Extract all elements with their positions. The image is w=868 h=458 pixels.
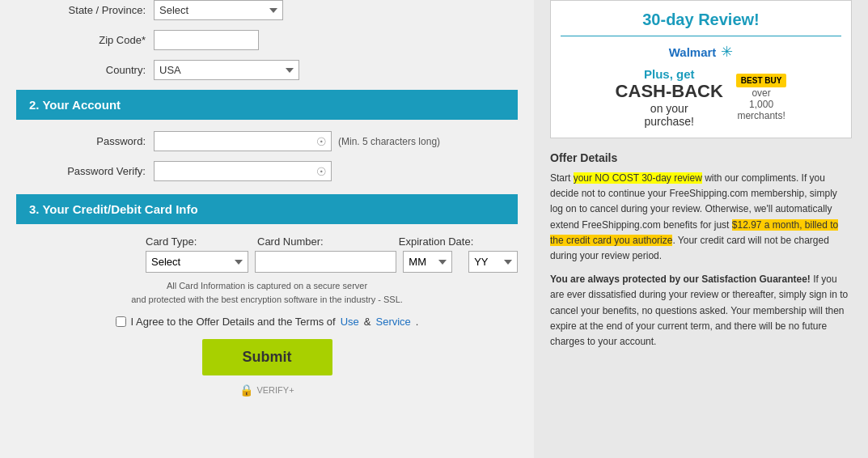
password-input[interactable] [154, 131, 332, 151]
card-labels-row: Card Type: Card Number: Expiration Date: [16, 235, 518, 248]
agree-row: I Agree to the Offer Details and the Ter… [16, 316, 518, 328]
offer-title: Offer Details [550, 151, 852, 164]
card-type-label: Card Type: [146, 235, 257, 248]
bestbuy-side: BEST BUY over 1,000 merchants! [736, 74, 787, 121]
password-row: Password: ☉ (Min. 5 characters long) [16, 131, 518, 151]
password-verify-input-wrap: ☉ [154, 161, 332, 181]
right-panel: 30-day Review! Walmart ✳ Plus, get CASH-… [534, 0, 868, 458]
agree-use-link[interactable]: Use [341, 316, 359, 328]
country-row: Country: USA [16, 60, 518, 80]
ad-review-title: 30-day Review! [561, 11, 841, 29]
card-number-input[interactable] [255, 251, 396, 273]
password-input-wrap: ☉ [154, 131, 332, 151]
bestbuy-badge: BEST BUY [736, 74, 787, 87]
password-verify-row: Password Verify: ☉ [16, 161, 518, 181]
state-label: State / Province: [24, 4, 154, 16]
state-row: State / Province: Select [16, 0, 518, 20]
card-type-select[interactable]: Select [146, 251, 248, 273]
account-section-header: 2. Your Account [16, 90, 518, 120]
submit-button[interactable]: Submit [202, 339, 332, 375]
ad-divider [561, 36, 841, 36]
cashback-merchants2: merchants! [736, 110, 787, 121]
exp-month-select[interactable]: MM [403, 251, 452, 273]
min-chars-note: (Min. 5 characters long) [338, 136, 440, 147]
offer-text: Start your NO COST 30-day review with ou… [550, 171, 852, 264]
cashback-plus: Plus, get [616, 67, 723, 81]
ssl-line2: and protected with the best encryption s… [16, 293, 518, 307]
walmart-spark-icon: ✳ [721, 43, 733, 61]
password-verify-label: Password Verify: [24, 165, 154, 177]
cashback-on: on your [616, 102, 723, 115]
verify-label: VERIFY+ [256, 385, 294, 395]
password-verify-input[interactable] [154, 161, 332, 181]
ad-box: 30-day Review! Walmart ✳ Plus, get CASH-… [550, 0, 852, 138]
agree-checkbox[interactable] [116, 316, 126, 327]
card-section-header: 3. Your Credit/Debit Card Info [16, 194, 518, 224]
form-panel: State / Province: Select Zip Code* Count… [0, 0, 534, 458]
password-visibility-icon[interactable]: ☉ [316, 135, 327, 148]
offer-para2-bold: You are always protected by our Satisfac… [550, 274, 811, 285]
card-section: 3. Your Credit/Debit Card Info Card Type… [16, 194, 518, 397]
cashback-over-text: over [736, 87, 787, 99]
card-inputs-row: Select MM YY [16, 251, 518, 273]
zip-input[interactable] [154, 30, 259, 50]
cashback-row: Plus, get CASH-BACK on your purchase! BE… [561, 67, 841, 128]
offer-highlight1: your NO COST 30-day review [574, 172, 702, 184]
country-label: Country: [24, 64, 154, 76]
agree-text: I Agree to the Offer Details and the Ter… [131, 316, 336, 328]
cashback-text: Plus, get CASH-BACK on your purchase! [616, 67, 723, 128]
cashback-merchants: 1,000 [736, 99, 787, 110]
agree-service-link[interactable]: Service [375, 316, 410, 328]
ad-walmart-row: Walmart ✳ [561, 43, 841, 61]
ssl-notice: All Card Information is captured on a se… [16, 279, 518, 306]
zip-label: Zip Code* [24, 34, 154, 46]
password-verify-visibility-icon[interactable]: ☉ [316, 165, 327, 178]
state-select[interactable]: Select [154, 0, 283, 20]
country-select[interactable]: USA [154, 60, 299, 80]
cashback-main: CASH-BACK [616, 81, 723, 102]
card-number-label: Card Number: [257, 235, 399, 248]
agree-period: . [416, 316, 419, 328]
agree-ampersand: & [364, 316, 371, 328]
card-exp-label: Expiration Date: [399, 235, 518, 248]
account-section: 2. Your Account Password: ☉ (Min. 5 char… [16, 90, 518, 181]
verify-row: 🔒 VERIFY+ [16, 384, 518, 397]
cashback-purchase: purchase! [616, 115, 723, 128]
offer-para2: You are always protected by our Satisfac… [550, 272, 852, 350]
password-label: Password: [24, 135, 154, 147]
cashback-over: over 1,000 merchants! [736, 87, 787, 121]
offer-text-before1: Start [550, 172, 574, 184]
exp-year-select[interactable]: YY [468, 251, 518, 273]
walmart-label: Walmart [669, 45, 717, 59]
ssl-line1: All Card Information is captured on a se… [16, 279, 518, 293]
lock-icon: 🔒 [239, 384, 253, 397]
zip-row: Zip Code* [16, 30, 518, 50]
